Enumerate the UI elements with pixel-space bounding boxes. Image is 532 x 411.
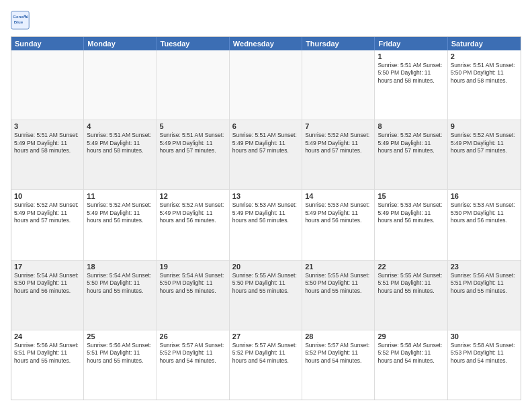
calendar-cell-17: 17Sunrise: 5:54 AM Sunset: 5:50 PM Dayli…	[11, 261, 84, 330]
calendar-week-4: 17Sunrise: 5:54 AM Sunset: 5:50 PM Dayli…	[11, 261, 521, 330]
day-number: 13	[232, 192, 299, 200]
day-info: Sunrise: 5:55 AM Sunset: 5:50 PM Dayligh…	[232, 272, 299, 295]
calendar-cell-23: 23Sunrise: 5:56 AM Sunset: 5:51 PM Dayli…	[448, 261, 521, 330]
day-info: Sunrise: 5:51 AM Sunset: 5:50 PM Dayligh…	[451, 62, 518, 85]
calendar-week-2: 3Sunrise: 5:51 AM Sunset: 5:49 PM Daylig…	[11, 120, 521, 190]
calendar-cell-25: 25Sunrise: 5:56 AM Sunset: 5:51 PM Dayli…	[84, 330, 157, 400]
header: General Blue	[11, 11, 521, 30]
calendar-body: 1Sunrise: 5:51 AM Sunset: 5:50 PM Daylig…	[11, 50, 521, 400]
day-info: Sunrise: 5:56 AM Sunset: 5:51 PM Dayligh…	[14, 342, 81, 365]
header-day-wednesday: Wednesday	[230, 37, 302, 50]
calendar-cell-22: 22Sunrise: 5:55 AM Sunset: 5:51 PM Dayli…	[375, 261, 447, 330]
calendar-cell-3: 3Sunrise: 5:51 AM Sunset: 5:49 PM Daylig…	[11, 120, 84, 189]
day-number: 19	[160, 263, 226, 271]
calendar-cell-11: 11Sunrise: 5:52 AM Sunset: 5:49 PM Dayli…	[84, 190, 157, 259]
day-info: Sunrise: 5:57 AM Sunset: 5:52 PM Dayligh…	[305, 342, 371, 365]
calendar-cell-10: 10Sunrise: 5:52 AM Sunset: 5:49 PM Dayli…	[11, 190, 84, 259]
calendar-cell-15: 15Sunrise: 5:53 AM Sunset: 5:49 PM Dayli…	[375, 190, 447, 259]
calendar-cell-empty-0-3	[230, 50, 302, 120]
day-number: 26	[160, 332, 226, 340]
header-day-sunday: Sunday	[11, 37, 84, 50]
day-info: Sunrise: 5:56 AM Sunset: 5:51 PM Dayligh…	[87, 342, 153, 365]
svg-text:Blue: Blue	[14, 19, 24, 24]
day-number: 21	[305, 263, 371, 271]
header-day-friday: Friday	[375, 37, 447, 50]
header-day-saturday: Saturday	[448, 37, 521, 50]
day-number: 30	[451, 332, 518, 340]
calendar-cell-14: 14Sunrise: 5:53 AM Sunset: 5:49 PM Dayli…	[302, 190, 375, 259]
calendar-cell-9: 9Sunrise: 5:52 AM Sunset: 5:49 PM Daylig…	[448, 120, 521, 189]
day-number: 25	[87, 332, 153, 340]
day-info: Sunrise: 5:58 AM Sunset: 5:53 PM Dayligh…	[451, 342, 518, 365]
day-info: Sunrise: 5:51 AM Sunset: 5:49 PM Dayligh…	[87, 132, 153, 154]
calendar-cell-empty-0-0	[11, 50, 84, 120]
calendar-cell-13: 13Sunrise: 5:53 AM Sunset: 5:49 PM Dayli…	[230, 190, 302, 259]
calendar-cell-7: 7Sunrise: 5:52 AM Sunset: 5:49 PM Daylig…	[302, 120, 375, 189]
calendar-cell-19: 19Sunrise: 5:54 AM Sunset: 5:50 PM Dayli…	[157, 261, 230, 330]
day-info: Sunrise: 5:56 AM Sunset: 5:51 PM Dayligh…	[451, 272, 518, 295]
day-number: 8	[378, 122, 444, 130]
day-number: 5	[160, 122, 226, 130]
day-info: Sunrise: 5:51 AM Sunset: 5:50 PM Dayligh…	[378, 62, 444, 85]
calendar-week-5: 24Sunrise: 5:56 AM Sunset: 5:51 PM Dayli…	[11, 330, 521, 400]
calendar-header: SundayMondayTuesdayWednesdayThursdayFrid…	[11, 37, 521, 50]
calendar-cell-26: 26Sunrise: 5:57 AM Sunset: 5:52 PM Dayli…	[157, 330, 230, 400]
day-info: Sunrise: 5:54 AM Sunset: 5:50 PM Dayligh…	[160, 272, 226, 295]
day-number: 18	[87, 263, 153, 271]
day-info: Sunrise: 5:52 AM Sunset: 5:49 PM Dayligh…	[87, 201, 153, 224]
calendar-cell-27: 27Sunrise: 5:57 AM Sunset: 5:52 PM Dayli…	[230, 330, 302, 400]
day-number: 22	[378, 263, 444, 271]
calendar-cell-24: 24Sunrise: 5:56 AM Sunset: 5:51 PM Dayli…	[11, 330, 84, 400]
day-info: Sunrise: 5:51 AM Sunset: 5:49 PM Dayligh…	[232, 132, 299, 154]
day-number: 28	[305, 332, 371, 340]
day-number: 23	[451, 263, 518, 271]
day-info: Sunrise: 5:51 AM Sunset: 5:49 PM Dayligh…	[14, 132, 81, 154]
day-info: Sunrise: 5:52 AM Sunset: 5:49 PM Dayligh…	[451, 132, 518, 154]
calendar-cell-28: 28Sunrise: 5:57 AM Sunset: 5:52 PM Dayli…	[302, 330, 375, 400]
calendar-cell-empty-0-4	[302, 50, 375, 120]
day-number: 10	[14, 192, 81, 200]
calendar-week-3: 10Sunrise: 5:52 AM Sunset: 5:49 PM Dayli…	[11, 190, 521, 260]
day-number: 6	[232, 122, 299, 130]
day-number: 12	[160, 192, 226, 200]
day-number: 2	[451, 52, 518, 60]
logo-icon: General Blue	[11, 11, 30, 30]
day-info: Sunrise: 5:53 AM Sunset: 5:50 PM Dayligh…	[451, 201, 518, 224]
calendar-cell-29: 29Sunrise: 5:58 AM Sunset: 5:52 PM Dayli…	[375, 330, 447, 400]
day-info: Sunrise: 5:55 AM Sunset: 5:51 PM Dayligh…	[378, 272, 444, 295]
calendar-cell-1: 1Sunrise: 5:51 AM Sunset: 5:50 PM Daylig…	[375, 50, 447, 120]
calendar-cell-empty-0-2	[157, 50, 230, 120]
day-info: Sunrise: 5:57 AM Sunset: 5:52 PM Dayligh…	[232, 342, 299, 365]
day-info: Sunrise: 5:52 AM Sunset: 5:49 PM Dayligh…	[305, 132, 371, 154]
header-day-tuesday: Tuesday	[157, 37, 230, 50]
day-number: 4	[87, 122, 153, 130]
day-info: Sunrise: 5:51 AM Sunset: 5:49 PM Dayligh…	[160, 132, 226, 154]
calendar-cell-6: 6Sunrise: 5:51 AM Sunset: 5:49 PM Daylig…	[230, 120, 302, 189]
calendar-cell-5: 5Sunrise: 5:51 AM Sunset: 5:49 PM Daylig…	[157, 120, 230, 189]
day-info: Sunrise: 5:54 AM Sunset: 5:50 PM Dayligh…	[14, 272, 81, 295]
day-info: Sunrise: 5:58 AM Sunset: 5:52 PM Dayligh…	[378, 342, 444, 365]
day-number: 14	[305, 192, 371, 200]
day-number: 29	[378, 332, 444, 340]
calendar-cell-18: 18Sunrise: 5:54 AM Sunset: 5:50 PM Dayli…	[84, 261, 157, 330]
day-number: 15	[378, 192, 444, 200]
calendar-cell-21: 21Sunrise: 5:55 AM Sunset: 5:50 PM Dayli…	[302, 261, 375, 330]
calendar-cell-20: 20Sunrise: 5:55 AM Sunset: 5:50 PM Dayli…	[230, 261, 302, 330]
day-number: 17	[14, 263, 81, 271]
day-number: 9	[451, 122, 518, 130]
calendar-cell-2: 2Sunrise: 5:51 AM Sunset: 5:50 PM Daylig…	[448, 50, 521, 120]
day-info: Sunrise: 5:52 AM Sunset: 5:49 PM Dayligh…	[14, 201, 81, 224]
day-info: Sunrise: 5:57 AM Sunset: 5:52 PM Dayligh…	[160, 342, 226, 365]
day-number: 1	[378, 52, 444, 60]
calendar-cell-16: 16Sunrise: 5:53 AM Sunset: 5:50 PM Dayli…	[448, 190, 521, 259]
day-number: 27	[232, 332, 299, 340]
day-info: Sunrise: 5:55 AM Sunset: 5:50 PM Dayligh…	[305, 272, 371, 295]
day-info: Sunrise: 5:53 AM Sunset: 5:49 PM Dayligh…	[378, 201, 444, 224]
header-day-thursday: Thursday	[302, 37, 375, 50]
day-number: 16	[451, 192, 518, 200]
calendar-week-1: 1Sunrise: 5:51 AM Sunset: 5:50 PM Daylig…	[11, 50, 521, 120]
day-number: 7	[305, 122, 371, 130]
day-info: Sunrise: 5:53 AM Sunset: 5:49 PM Dayligh…	[232, 201, 299, 224]
day-number: 24	[14, 332, 81, 340]
day-number: 11	[87, 192, 153, 200]
